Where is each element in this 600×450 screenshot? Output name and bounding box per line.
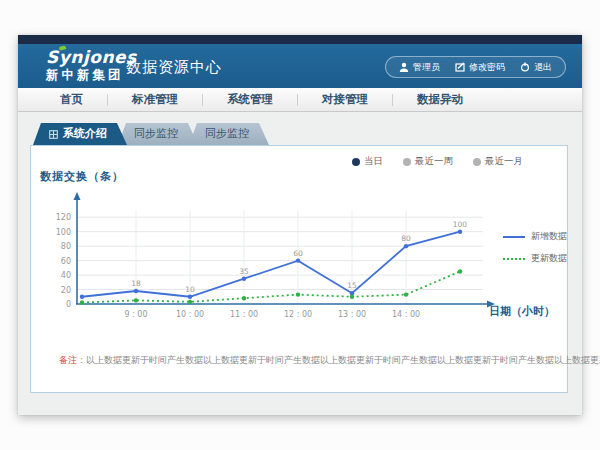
- time-range-options: 当日 最近一周 最近一月: [352, 155, 523, 168]
- nav-item-interface-mgmt[interactable]: 对接管理: [298, 92, 392, 107]
- svg-text:13 : 00: 13 : 00: [338, 310, 366, 319]
- svg-text:60: 60: [61, 257, 71, 266]
- document-grid-icon: [49, 130, 58, 139]
- content-area: 系统介绍 同步监控 同步监控 当日 最近一周: [18, 113, 582, 415]
- svg-text:60: 60: [293, 249, 303, 258]
- nav-item-system-mgmt[interactable]: 系统管理: [203, 92, 297, 107]
- tab-sync-monitor-1[interactable]: 同步监控: [118, 123, 198, 145]
- logo-text-cn: 新中新集团: [46, 68, 137, 82]
- tab-system-intro[interactable]: 系统介绍: [33, 123, 127, 145]
- svg-text:35: 35: [239, 267, 249, 276]
- footnote-text: ：以上数据更新于时间产生数据以上数据更新于时间产生数据以上数据更新于时间产生数据…: [77, 355, 600, 365]
- radio-dot-icon: [403, 158, 411, 166]
- change-password-button[interactable]: 修改密码: [455, 61, 505, 74]
- svg-text:10 : 00: 10 : 00: [176, 310, 204, 319]
- radio-last-week[interactable]: 最近一周: [403, 155, 453, 168]
- main-nav: 首页 标准管理 系统管理 对接管理 数据异动: [18, 88, 582, 112]
- company-logo: Synjones 新中新集团: [46, 48, 137, 81]
- tab-bar: 系统介绍 同步监控 同步监控: [33, 123, 260, 145]
- browser-top-strip: [18, 35, 582, 44]
- radio-dot-icon: [352, 158, 360, 166]
- svg-text:100: 100: [453, 220, 468, 229]
- tab-label: 系统介绍: [63, 123, 107, 145]
- chart-panel: 当日 最近一周 最近一月 数据交换（条） 0204060801001209 : …: [30, 145, 568, 393]
- svg-text:9 : 00: 9 : 00: [124, 310, 147, 319]
- x-axis-title: 日期（小时）: [489, 304, 555, 319]
- radio-last-month[interactable]: 最近一月: [473, 155, 523, 168]
- logout-button[interactable]: 退出: [520, 61, 552, 74]
- svg-text:14 : 00: 14 : 00: [392, 310, 420, 319]
- nav-item-standard-mgmt[interactable]: 标准管理: [108, 92, 202, 107]
- tab-label: 同步监控: [205, 127, 249, 140]
- logo-text-en: Synjones: [46, 48, 137, 67]
- power-icon: [520, 62, 530, 72]
- svg-text:120: 120: [56, 213, 71, 222]
- header-bar: Synjones 新中新集团 数据资源中心 管理员 修改密码: [18, 44, 582, 88]
- svg-text:80: 80: [401, 234, 411, 243]
- radio-dot-icon: [473, 158, 481, 166]
- user-menu: 管理员 修改密码 退出: [385, 56, 566, 78]
- svg-text:100: 100: [56, 228, 71, 237]
- edit-icon: [455, 62, 465, 72]
- svg-text:15: 15: [347, 281, 357, 290]
- legend-item-new-data[interactable]: 新增数据: [503, 230, 567, 243]
- svg-text:40: 40: [61, 271, 71, 280]
- user-icon: [399, 62, 409, 72]
- svg-text:80: 80: [61, 242, 71, 251]
- tab-sync-monitor-2[interactable]: 同步监控: [189, 123, 269, 145]
- app-window: Synjones 新中新集团 数据资源中心 管理员 修改密码: [18, 35, 582, 415]
- page-title: 数据资源中心: [126, 58, 222, 77]
- current-user-button[interactable]: 管理员: [399, 61, 440, 74]
- svg-text:20: 20: [61, 286, 71, 295]
- svg-text:18: 18: [131, 279, 141, 288]
- legend-line-dotted-icon: [503, 258, 525, 260]
- footnote-label: 备注: [59, 355, 77, 365]
- svg-text:12 : 00: 12 : 00: [284, 310, 312, 319]
- legend-item-updated-data[interactable]: 更新数据: [503, 252, 567, 265]
- nav-item-data-change[interactable]: 数据异动: [393, 92, 487, 107]
- legend-line-solid-icon: [503, 236, 525, 238]
- radio-today[interactable]: 当日: [352, 155, 383, 168]
- footnote: 备注：以上数据更新于时间产生数据以上数据更新于时间产生数据以上数据更新于时间产生…: [59, 354, 600, 367]
- svg-text:0: 0: [66, 300, 71, 309]
- tab-label: 同步监控: [134, 127, 178, 140]
- y-axis-title: 数据交换（条）: [40, 169, 124, 184]
- svg-text:11 : 00: 11 : 00: [230, 310, 258, 319]
- nav-item-home[interactable]: 首页: [36, 92, 107, 107]
- chart-legend: 新增数据 更新数据: [503, 230, 567, 265]
- svg-text:10: 10: [185, 285, 195, 294]
